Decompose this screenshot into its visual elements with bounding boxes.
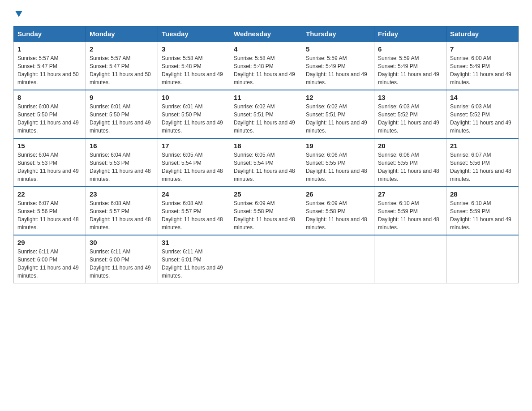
- daylight-label: Daylight: 11 hours and 49 minutes.: [378, 120, 439, 134]
- day-number: 14: [450, 94, 515, 101]
- day-info: Sunrise: 6:02 AM Sunset: 5:51 PM Dayligh…: [306, 103, 370, 135]
- daylight-label: Daylight: 11 hours and 49 minutes.: [378, 71, 439, 86]
- sunrise-label: Sunrise: 6:09 AM: [234, 200, 275, 206]
- day-info: Sunrise: 6:05 AM Sunset: 5:54 PM Dayligh…: [234, 151, 298, 183]
- daylight-label: Daylight: 11 hours and 49 minutes.: [90, 120, 151, 134]
- day-info: Sunrise: 6:10 AM Sunset: 5:59 PM Dayligh…: [378, 199, 442, 231]
- day-number: 5: [306, 45, 370, 53]
- calendar-day: 13 Sunrise: 6:03 AM Sunset: 5:52 PM Dayl…: [374, 90, 446, 138]
- sunrise-label: Sunrise: 6:06 AM: [306, 152, 347, 158]
- calendar-header: SundayMondayTuesdayWednesdayThursdayFrid…: [14, 26, 519, 42]
- calendar-week-4: 22 Sunrise: 6:07 AM Sunset: 5:56 PM Dayl…: [14, 187, 519, 235]
- day-number: 11: [234, 94, 298, 101]
- calendar-day: [374, 235, 446, 283]
- sunrise-label: Sunrise: 6:09 AM: [306, 200, 347, 206]
- sunset-label: Sunset: 5:48 PM: [162, 63, 202, 69]
- sunrise-label: Sunrise: 6:11 AM: [162, 248, 202, 255]
- day-number: 31: [162, 239, 226, 246]
- day-number: 19: [306, 142, 370, 150]
- sunset-label: Sunset: 5:48 PM: [234, 63, 274, 69]
- sunset-label: Sunset: 5:59 PM: [450, 208, 490, 214]
- day-number: 16: [90, 142, 154, 150]
- sunset-label: Sunset: 5:57 PM: [162, 208, 202, 214]
- day-info: Sunrise: 6:02 AM Sunset: 5:51 PM Dayligh…: [234, 103, 298, 135]
- calendar-day: 11 Sunrise: 6:02 AM Sunset: 5:51 PM Dayl…: [230, 90, 302, 138]
- daylight-label: Daylight: 11 hours and 49 minutes.: [162, 265, 223, 279]
- daylight-label: Daylight: 11 hours and 48 minutes.: [378, 168, 439, 182]
- day-info: Sunrise: 6:11 AM Sunset: 6:00 PM Dayligh…: [17, 248, 82, 280]
- sunrise-label: Sunrise: 5:57 AM: [17, 55, 58, 61]
- day-header-monday: Monday: [86, 26, 158, 42]
- day-info: Sunrise: 6:11 AM Sunset: 6:00 PM Dayligh…: [90, 248, 154, 280]
- day-info: Sunrise: 6:05 AM Sunset: 5:54 PM Dayligh…: [162, 151, 226, 183]
- sunrise-label: Sunrise: 6:00 AM: [450, 55, 491, 61]
- day-header-sunday: Sunday: [14, 26, 86, 42]
- daylight-label: Daylight: 11 hours and 49 minutes.: [306, 120, 367, 134]
- calendar-day: 9 Sunrise: 6:01 AM Sunset: 5:50 PM Dayli…: [86, 90, 158, 138]
- sunrise-label: Sunrise: 6:04 AM: [90, 152, 130, 158]
- sunset-label: Sunset: 5:50 PM: [17, 111, 57, 118]
- daylight-label: Daylight: 11 hours and 49 minutes.: [17, 168, 79, 182]
- day-number: 8: [17, 94, 82, 101]
- sunset-label: Sunset: 5:49 PM: [378, 63, 418, 69]
- day-number: 2: [90, 45, 154, 53]
- sunset-label: Sunset: 5:51 PM: [306, 111, 346, 118]
- day-number: 27: [378, 190, 442, 198]
- calendar-day: 7 Sunrise: 6:00 AM Sunset: 5:49 PM Dayli…: [446, 42, 519, 90]
- sunset-label: Sunset: 5:58 PM: [306, 208, 346, 214]
- day-info: Sunrise: 6:00 AM Sunset: 5:49 PM Dayligh…: [450, 54, 515, 86]
- sunset-label: Sunset: 5:54 PM: [234, 160, 274, 166]
- sunrise-label: Sunrise: 6:10 AM: [450, 200, 491, 206]
- day-number: 29: [17, 239, 82, 246]
- sunset-label: Sunset: 5:54 PM: [162, 160, 202, 166]
- daylight-label: Daylight: 11 hours and 48 minutes.: [162, 168, 223, 182]
- sunset-label: Sunset: 5:53 PM: [90, 160, 129, 166]
- sunset-label: Sunset: 5:47 PM: [17, 63, 57, 69]
- day-header-saturday: Saturday: [446, 26, 519, 42]
- daylight-label: Daylight: 11 hours and 48 minutes.: [17, 216, 79, 231]
- sunset-label: Sunset: 5:55 PM: [306, 160, 346, 166]
- calendar-day: 17 Sunrise: 6:05 AM Sunset: 5:54 PM Dayl…: [158, 138, 230, 187]
- sunrise-label: Sunrise: 6:01 AM: [162, 103, 202, 110]
- sunset-label: Sunset: 5:53 PM: [17, 160, 57, 166]
- sunset-label: Sunset: 6:00 PM: [90, 257, 129, 263]
- day-number: 3: [162, 45, 226, 53]
- calendar-day: 29 Sunrise: 6:11 AM Sunset: 6:00 PM Dayl…: [14, 235, 86, 283]
- calendar-day: 16 Sunrise: 6:04 AM Sunset: 5:53 PM Dayl…: [86, 138, 158, 187]
- calendar-day: 22 Sunrise: 6:07 AM Sunset: 5:56 PM Dayl…: [14, 187, 86, 235]
- calendar-day: 21 Sunrise: 6:07 AM Sunset: 5:56 PM Dayl…: [446, 138, 519, 187]
- day-info: Sunrise: 6:09 AM Sunset: 5:58 PM Dayligh…: [306, 199, 370, 231]
- sunset-label: Sunset: 5:56 PM: [450, 160, 490, 166]
- sunrise-label: Sunrise: 5:59 AM: [378, 55, 419, 61]
- day-info: Sunrise: 6:06 AM Sunset: 5:55 PM Dayligh…: [378, 151, 442, 183]
- sunrise-label: Sunrise: 6:10 AM: [378, 200, 419, 206]
- day-header-friday: Friday: [374, 26, 446, 42]
- calendar-day: 8 Sunrise: 6:00 AM Sunset: 5:50 PM Dayli…: [14, 90, 86, 138]
- daylight-label: Daylight: 11 hours and 49 minutes.: [17, 265, 79, 279]
- day-number: 22: [17, 190, 82, 198]
- sunset-label: Sunset: 5:51 PM: [234, 111, 274, 118]
- day-info: Sunrise: 6:01 AM Sunset: 5:50 PM Dayligh…: [162, 103, 226, 135]
- calendar-day: 12 Sunrise: 6:02 AM Sunset: 5:51 PM Dayl…: [302, 90, 374, 138]
- daylight-label: Daylight: 11 hours and 49 minutes.: [17, 120, 79, 134]
- sunrise-label: Sunrise: 5:59 AM: [306, 55, 347, 61]
- daylight-label: Daylight: 11 hours and 49 minutes.: [450, 71, 511, 86]
- sunrise-label: Sunrise: 6:08 AM: [90, 200, 130, 206]
- daylight-label: Daylight: 11 hours and 49 minutes.: [306, 71, 367, 86]
- sunset-label: Sunset: 5:49 PM: [306, 63, 346, 69]
- day-info: Sunrise: 6:04 AM Sunset: 5:53 PM Dayligh…: [90, 151, 154, 183]
- sunrise-label: Sunrise: 6:02 AM: [306, 103, 347, 110]
- calendar-day: 3 Sunrise: 5:58 AM Sunset: 5:48 PM Dayli…: [158, 42, 230, 90]
- day-header-thursday: Thursday: [302, 26, 374, 42]
- day-info: Sunrise: 6:09 AM Sunset: 5:58 PM Dayligh…: [234, 199, 298, 231]
- svg-marker-0: [15, 11, 22, 17]
- calendar-day: 24 Sunrise: 6:08 AM Sunset: 5:57 PM Dayl…: [158, 187, 230, 235]
- sunset-label: Sunset: 5:47 PM: [90, 63, 129, 69]
- calendar-day: 10 Sunrise: 6:01 AM Sunset: 5:50 PM Dayl…: [158, 90, 230, 138]
- day-number: 26: [306, 190, 370, 198]
- calendar-day: 28 Sunrise: 6:10 AM Sunset: 5:59 PM Dayl…: [446, 187, 519, 235]
- day-info: Sunrise: 6:01 AM Sunset: 5:50 PM Dayligh…: [90, 103, 154, 135]
- calendar-day: 5 Sunrise: 5:59 AM Sunset: 5:49 PM Dayli…: [302, 42, 374, 90]
- calendar-week-3: 15 Sunrise: 6:04 AM Sunset: 5:53 PM Dayl…: [14, 138, 519, 187]
- day-header-wednesday: Wednesday: [230, 26, 302, 42]
